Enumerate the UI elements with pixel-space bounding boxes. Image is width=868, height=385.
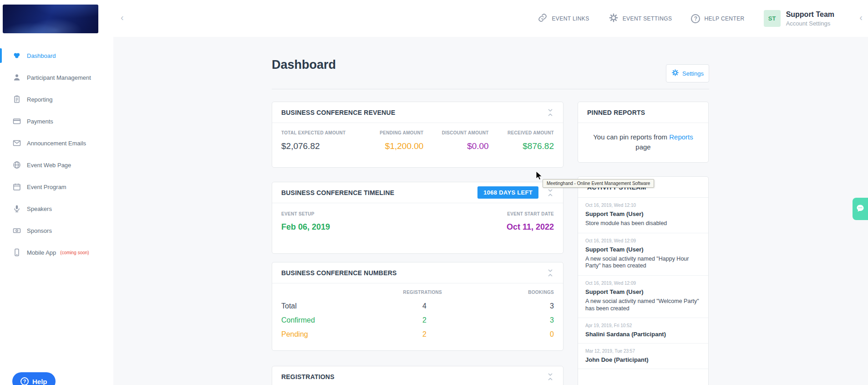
- metric-value: $0.00: [423, 141, 488, 151]
- metric-label: DISCOUNT AMOUNT: [423, 130, 488, 135]
- event-settings-label: EVENT SETTINGS: [623, 15, 672, 22]
- settings-gear-icon: [671, 69, 679, 78]
- help-button[interactable]: ? Help: [12, 372, 56, 385]
- table-row: Total 4 3: [281, 299, 554, 313]
- event-start-date: Oct 11, 2022: [507, 222, 554, 232]
- list-item: Oct 16, 2019, Wed 12:10 Support Team (Us…: [578, 198, 708, 233]
- registrations-card-title: REGISTRATIONS: [281, 373, 335, 380]
- page-title: Dashboard: [272, 58, 336, 72]
- sidebar-item-label: Dashboard: [27, 52, 56, 59]
- sidebar-item-reporting[interactable]: Reporting: [0, 88, 113, 110]
- event-start-block: EVENT START DATE Oct 11, 2022: [507, 211, 554, 232]
- coming-soon-note: (coming soon): [60, 250, 89, 255]
- numbers-card: BUSINESS CONFERENCE NUMBERS REGISTRATION…: [272, 262, 563, 351]
- sidebar-item-sponsors[interactable]: Sponsors: [0, 220, 113, 241]
- activity-text: A new social activity named "Happy Hour …: [585, 256, 701, 270]
- list-item: Oct 16, 2019, Wed 12:09 Support Team (Us…: [578, 233, 708, 276]
- event-links-nav[interactable]: EVENT LINKS: [538, 13, 589, 25]
- registrations-value: 2: [378, 330, 442, 339]
- user-menu[interactable]: ST Support Team Account Settings: [764, 10, 834, 27]
- sidebar-item-dashboard[interactable]: Dashboard: [0, 45, 113, 67]
- sidebar-collapse-chevron-icon[interactable]: ‹: [121, 13, 124, 22]
- logo: [3, 5, 98, 33]
- mouse-cursor-icon: [536, 171, 543, 183]
- globe-icon: [12, 160, 21, 169]
- days-left-badge: 1068 DAYS LEFT: [477, 186, 538, 199]
- mobile-icon: [12, 248, 21, 257]
- sidebar-item-payments[interactable]: Payments: [0, 110, 113, 132]
- sidebar-item-event-web-page[interactable]: Event Web Page: [0, 154, 113, 176]
- activity-name: Shalini Sardana (Participant): [585, 331, 701, 338]
- title-divider: [272, 89, 709, 89]
- header-right-group: EVENT LINKS EVENT SETTINGS ? HELP CENTER: [538, 0, 834, 37]
- collapse-icon[interactable]: [547, 109, 554, 116]
- activity-name: John Doe (Participant): [585, 356, 701, 363]
- settings-button-label: Settings: [682, 70, 704, 77]
- pinned-reports-title: PINNED REPORTS: [587, 109, 645, 116]
- sidebar-item-label: Mobile App: [27, 249, 56, 256]
- chat-widget-button[interactable]: [853, 198, 868, 220]
- event-setup-date: Feb 06, 2019: [281, 222, 330, 232]
- registrations-value: 4: [378, 302, 442, 310]
- row-label: Confirmed: [281, 316, 378, 324]
- sidebar-item-label: Participant Management: [27, 74, 91, 81]
- link-icon: [538, 13, 548, 25]
- activity-text: Store module has been disabled: [585, 220, 701, 227]
- sidebar-item-label: Event Program: [27, 184, 66, 190]
- gear-icon: [609, 13, 619, 25]
- sidebar-item-label: Sponsors: [27, 227, 52, 234]
- activity-name: Support Team (User): [585, 246, 701, 253]
- event-links-label: EVENT LINKS: [552, 15, 589, 22]
- account-settings-link[interactable]: Account Settings: [786, 20, 834, 27]
- main-content: Dashboard Settings BUSINESS CONFERENCE R…: [113, 37, 868, 385]
- metric-value: $1,200.00: [358, 141, 423, 151]
- timeline-card-title: BUSINESS CONFERENCE TIMELINE: [281, 189, 394, 196]
- sidebar: Dashboard Participant Management Reporti…: [0, 37, 113, 385]
- registrations-card: REGISTRATIONS: [272, 366, 563, 385]
- activity-text: A new social activity named "Welcome Par…: [585, 298, 701, 312]
- collapse-icon[interactable]: [547, 373, 554, 380]
- help-center-nav[interactable]: ? HELP CENTER: [691, 14, 744, 23]
- brain-icon: [12, 51, 21, 60]
- sidebar-item-announcement-emails[interactable]: Announcement Emails: [0, 132, 113, 154]
- activity-stream-card: ACTIVITY STREAM Oct 16, 2019, Wed 12:10 …: [578, 176, 709, 385]
- bookings-column-header: BOOKINGS: [442, 290, 554, 295]
- event-settings-nav[interactable]: EVENT SETTINGS: [609, 13, 672, 25]
- sidebar-item-event-program[interactable]: Event Program: [0, 176, 113, 198]
- collapse-icon[interactable]: [547, 189, 554, 196]
- browser-tooltip: Meetinghand - Online Event Management So…: [543, 179, 654, 188]
- event-start-label: EVENT START DATE: [507, 211, 554, 216]
- panel-collapse-chevron-icon[interactable]: ‹: [859, 13, 863, 22]
- bookings-value: 3: [442, 302, 554, 310]
- list-item: Oct 16, 2019, Wed 12:09 Support Team (Us…: [578, 276, 708, 318]
- registrations-value: 2: [378, 316, 442, 324]
- user-name: Support Team: [786, 10, 834, 19]
- table-row: Pending 2 0: [281, 327, 554, 341]
- metric-value: $2,076.82: [281, 141, 358, 151]
- metric-total-expected: TOTAL EXPECTED AMOUNT $2,076.82: [281, 130, 358, 151]
- sidebar-item-mobile-app[interactable]: Mobile App (coming soon): [0, 241, 113, 263]
- pinned-text-before: You can pin reports from: [593, 133, 667, 141]
- metric-label: TOTAL EXPECTED AMOUNT: [281, 130, 358, 135]
- sidebar-item-label: Speakers: [27, 205, 52, 212]
- activity-name: Support Team (User): [585, 210, 701, 217]
- help-icon: ?: [691, 14, 700, 23]
- avatar: ST: [764, 10, 781, 27]
- help-question-icon: ?: [20, 377, 29, 385]
- sidebar-item-participant-management[interactable]: Participant Management: [0, 67, 113, 88]
- metric-discount: DISCOUNT AMOUNT $0.00: [423, 130, 488, 151]
- settings-button[interactable]: Settings: [666, 64, 709, 82]
- pinned-text-after: page: [635, 143, 650, 151]
- sidebar-item-speakers[interactable]: Speakers: [0, 198, 113, 220]
- activity-name: Support Team (User): [585, 288, 701, 295]
- metric-received: RECEIVED AMOUNT $876.82: [489, 130, 554, 151]
- reports-link[interactable]: Reports: [669, 133, 693, 141]
- collapse-icon[interactable]: [547, 269, 554, 277]
- help-button-label: Help: [32, 378, 47, 385]
- sidebar-item-label: Event Web Page: [27, 162, 71, 169]
- list-item: Apr 19, 2019, Fri 10:52 Shalini Sardana …: [578, 318, 708, 344]
- envelope-icon: [12, 139, 21, 148]
- activity-date: Oct 16, 2019, Wed 12:10: [585, 203, 701, 208]
- credit-card-icon: [12, 117, 21, 126]
- row-label: Total: [281, 302, 378, 310]
